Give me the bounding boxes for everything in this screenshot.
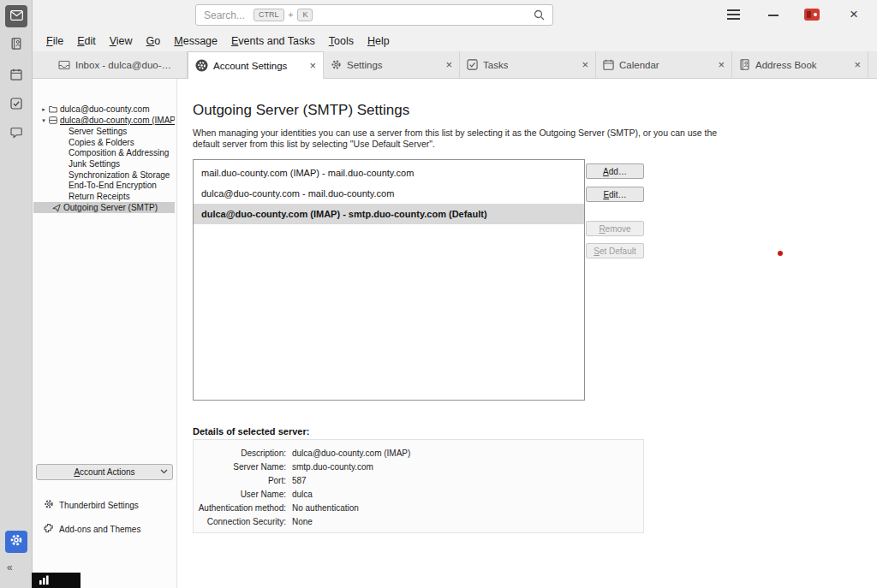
tab-label: Tasks (483, 60, 508, 70)
address-book-space-button[interactable] (5, 34, 27, 56)
detail-value: dulca@duo-county.com (IMAP) (286, 447, 410, 460)
address-book-icon (739, 59, 750, 70)
background-window-strip (32, 573, 81, 588)
tab-label: Account Settings (213, 61, 287, 71)
title-bar: Search... CTRL + K (33, 0, 877, 30)
menu-events-and-tasks[interactable]: Events and Tasks (224, 33, 322, 50)
tree-item-server-settings[interactable]: Server Settings (33, 126, 175, 137)
menu-help[interactable]: Help (361, 33, 397, 50)
tree-account-collapsed[interactable]: ▸ dulca@duo-county.com (33, 104, 175, 115)
caret-down-icon[interactable]: ▾ (39, 117, 49, 124)
tab-settings[interactable]: Settings × (324, 51, 460, 79)
account-folder-icon (49, 105, 57, 113)
tasks-space-button[interactable] (5, 94, 27, 116)
chat-space-button[interactable] (5, 123, 27, 146)
menu-edit[interactable]: Edit (70, 33, 103, 50)
detail-value: None (286, 515, 313, 529)
close-tab-icon[interactable]: × (582, 59, 588, 70)
set-default-button[interactable]: Set Default (586, 243, 644, 258)
detail-label: Server Name: (194, 460, 286, 474)
server-list-item-selected[interactable]: dulca@duo-county.com (IMAP) - smtp.duo-c… (194, 204, 584, 224)
detail-label: Connection Security: (194, 515, 286, 529)
add-server-button[interactable]: Add… (586, 163, 644, 179)
tree-item-junk-settings[interactable]: Junk Settings (33, 158, 175, 169)
detail-value: 587 (286, 474, 307, 488)
server-list-item[interactable]: mail.duo-county.com (IMAP) - mail.duo-co… (194, 163, 584, 183)
menu-tools[interactable]: Tools (322, 33, 361, 50)
menu-message[interactable]: Message (167, 33, 224, 50)
menu-go[interactable]: Go (140, 33, 168, 50)
tree-item-label: Server Settings (69, 127, 127, 136)
detail-row: Connection Security: None (194, 515, 643, 529)
server-list-item[interactable]: dulca@duo-county.com - mail.duo-county.c… (194, 183, 584, 204)
tree-item-composition-addressing[interactable]: Composition & Addressing (33, 147, 175, 158)
page-title: Outgoing Server (SMTP) Settings (193, 102, 409, 119)
detail-row: User Name: dulca (194, 488, 643, 502)
account-server-icon (49, 116, 57, 124)
mail-space-button[interactable] (5, 5, 27, 27)
minimize-button[interactable] (768, 15, 779, 16)
close-tab-icon[interactable]: × (718, 59, 725, 70)
puzzle-icon (44, 523, 54, 535)
calendar-icon (603, 59, 614, 70)
addons-and-themes-link[interactable]: Add-ons and Themes (44, 523, 140, 535)
plus-sign: + (289, 10, 294, 20)
spaces-toolbar: « (0, 0, 33, 588)
calendar-icon (10, 68, 22, 84)
tab-tasks[interactable]: Tasks × (460, 51, 596, 79)
gear-icon (44, 499, 54, 511)
tab-calendar[interactable]: Calendar × (596, 51, 732, 79)
account-settings-sidebar: ▸ dulca@duo-county.com ▾ dulca@duo-count… (33, 79, 177, 588)
account-actions-button[interactable]: Account Actions (36, 464, 173, 480)
thunderbird-settings-link[interactable]: Thunderbird Settings (44, 499, 139, 511)
server-details-panel: Description: dulca@duo-county.com (IMAP)… (193, 439, 644, 533)
tab-label: Calendar (619, 60, 659, 70)
menu-file[interactable]: File (39, 33, 70, 50)
window-close-button[interactable]: × (850, 6, 858, 23)
tree-item-return-receipts[interactable]: Return Receipts (33, 191, 175, 202)
caret-right-icon[interactable]: ▸ (39, 106, 49, 113)
collapse-spaces-icon[interactable]: « (7, 561, 13, 573)
tree-item-label: Return Receipts (69, 192, 130, 201)
tabbar-tail-spacer (868, 51, 877, 79)
tree-account-expanded[interactable]: ▾ dulca@duo-county.com (IMAP) (33, 115, 175, 126)
recording-indicator-square (807, 11, 811, 18)
detail-label: Authentication method: (194, 502, 286, 515)
detail-row: Server Name: smtp.duo-county.com (194, 460, 643, 474)
menu-bar: File Edit View Go Message Events and Tas… (33, 30, 877, 51)
thunderbird-window: « Search... CTRL + K × File Edit View Go… (0, 0, 877, 588)
tab-inbox[interactable]: Inbox - dulca@duo-… (51, 51, 188, 79)
tabbar-lead-spacer (33, 51, 51, 79)
gear-icon (331, 59, 342, 70)
tree-item-label: End-To-End Encryption (69, 181, 157, 190)
tab-label: Inbox - dulca@duo-… (75, 60, 171, 70)
tab-address-book[interactable]: Address Book × (732, 51, 868, 79)
ctrl-key-badge: CTRL (254, 9, 284, 21)
detail-row: Port: 587 (194, 474, 643, 488)
account-name: dulca@duo-county.com (IMAP) (60, 116, 175, 125)
close-tab-icon[interactable]: × (445, 59, 452, 70)
footer-item-label: Thunderbird Settings (59, 501, 139, 510)
account-name: dulca@duo-county.com (60, 104, 149, 114)
detail-value: No authentication (286, 502, 359, 515)
close-tab-icon[interactable]: × (309, 60, 316, 71)
app-menu-icon[interactable] (727, 14, 740, 15)
tab-bar: Inbox - dulca@duo-… Account Settings × S… (33, 51, 877, 79)
recording-indicator-dot (814, 13, 817, 16)
search-input[interactable]: Search... CTRL + K (195, 4, 553, 26)
tasks-check-icon (10, 98, 22, 113)
calendar-space-button[interactable] (5, 65, 27, 87)
close-tab-icon[interactable]: × (854, 59, 861, 70)
edit-server-button[interactable]: Edit… (586, 187, 644, 202)
tree-item-end-to-end-encryption[interactable]: End-To-End Encryption (33, 180, 175, 191)
tree-item-outgoing-server-smtp[interactable]: Outgoing Server (SMTP) (33, 202, 175, 213)
remove-server-button[interactable]: Remove (586, 221, 644, 236)
address-book-icon (10, 38, 22, 53)
tab-account-settings[interactable]: Account Settings × (188, 51, 324, 79)
settings-space-button[interactable] (5, 531, 27, 553)
chart-bars-icon (39, 573, 51, 588)
tree-item-label: Synchronization & Storage (69, 170, 170, 180)
tree-item-label: Copies & Folders (69, 138, 134, 147)
red-cursor-dot (778, 251, 783, 256)
menu-view[interactable]: View (103, 33, 140, 50)
